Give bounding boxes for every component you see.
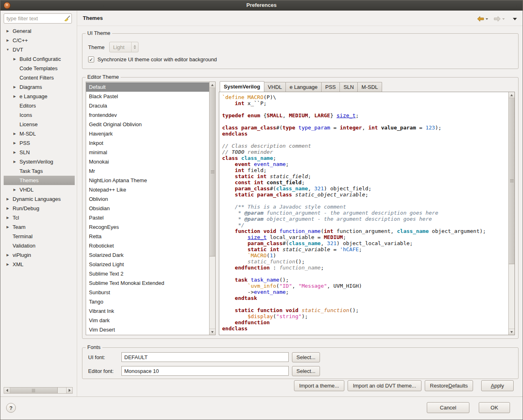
editor-font-select-button[interactable]: Select... bbox=[292, 366, 320, 376]
scroll-up-button[interactable] bbox=[210, 82, 215, 88]
expander-collapsed-icon[interactable]: ▶ bbox=[4, 225, 11, 229]
back-arrow-icon[interactable] bbox=[477, 16, 484, 22]
expander-collapsed-icon[interactable]: ▶ bbox=[11, 160, 18, 164]
sidebar-horizontal-scrollbar[interactable] bbox=[4, 387, 73, 394]
theme-list-item-solarized-dark[interactable]: Solarized Dark bbox=[86, 250, 209, 260]
sidebar-item-run-debug[interactable]: ▶Run/Debug bbox=[4, 204, 75, 213]
theme-list-item-sublime-text-monokai-extended[interactable]: Sublime Text Monokai Extended bbox=[86, 278, 209, 288]
scrollbar-thumb[interactable] bbox=[10, 388, 58, 393]
titlebar[interactable]: × Preferences bbox=[0, 0, 523, 11]
scroll-left-button[interactable] bbox=[4, 388, 10, 393]
sidebar-item-diagrams[interactable]: ▶Diagrams bbox=[4, 82, 75, 92]
expander-collapsed-icon[interactable]: ▶ bbox=[11, 188, 18, 192]
theme-list-item-vibrant-ink[interactable]: Vibrant Ink bbox=[86, 306, 209, 316]
ok-button[interactable]: OK bbox=[479, 402, 510, 413]
scrollbar-track[interactable] bbox=[509, 98, 514, 329]
theme-list-item-recogneyes[interactable]: RecognEyes bbox=[86, 222, 209, 232]
sidebar-item-systemverilog[interactable]: ▶SystemVerilog bbox=[4, 157, 75, 166]
sidebar-item-general[interactable]: ▶General bbox=[4, 26, 75, 36]
theme-list-item-dracula[interactable]: Dracula bbox=[86, 101, 209, 110]
sidebar-item-editors[interactable]: Editors bbox=[4, 101, 75, 110]
sidebar-item-sln[interactable]: ▶SLN bbox=[4, 148, 75, 157]
expander-collapsed-icon[interactable]: ▶ bbox=[4, 197, 11, 201]
scrollbar-thumb[interactable] bbox=[509, 98, 514, 264]
sidebar-item-team[interactable]: ▶Team bbox=[4, 222, 75, 232]
sidebar-item-build-configuratic[interactable]: ▶Build Configuratic bbox=[4, 54, 75, 64]
sidebar-item-pss[interactable]: ▶PSS bbox=[4, 138, 75, 148]
expander-collapsed-icon[interactable]: ▶ bbox=[4, 29, 11, 33]
sync-checkbox[interactable]: ✓ bbox=[88, 56, 94, 62]
ui-font-select-button[interactable]: Select... bbox=[292, 352, 320, 362]
expander-collapsed-icon[interactable]: ▶ bbox=[4, 39, 11, 42]
sidebar-item-vhdl[interactable]: ▶VHDL bbox=[4, 185, 75, 194]
scrollbar-track[interactable] bbox=[210, 88, 215, 329]
sidebar-item-code-templates[interactable]: Code Templates bbox=[4, 64, 75, 73]
theme-list-item-retta[interactable]: Retta bbox=[86, 232, 209, 241]
sidebar-item-content-filters[interactable]: Content Filters bbox=[4, 73, 75, 82]
expander-collapsed-icon[interactable]: ▶ bbox=[11, 141, 18, 145]
restore-defaults-button[interactable]: Restore Defaults bbox=[425, 380, 473, 391]
scroll-down-button[interactable] bbox=[210, 329, 215, 335]
theme-list-item-oblivion[interactable]: Oblivion bbox=[86, 194, 209, 204]
sidebar-item-license[interactable]: License bbox=[4, 120, 75, 129]
expander-collapsed-icon[interactable]: ▶ bbox=[11, 57, 18, 61]
theme-list-item-inkpot[interactable]: Inkpot bbox=[86, 138, 209, 148]
theme-list-item-nightlion-aptana-theme[interactable]: NightLion Aptana Theme bbox=[86, 176, 209, 185]
theme-list-item-black-pastel[interactable]: Black Pastel bbox=[86, 92, 209, 101]
clear-filter-icon[interactable] bbox=[64, 15, 70, 23]
theme-list-item-pastel[interactable]: Pastel bbox=[86, 213, 209, 222]
expander-collapsed-icon[interactable]: ▶ bbox=[4, 253, 11, 257]
ui-font-input[interactable] bbox=[121, 352, 289, 362]
apply-button[interactable]: Apply bbox=[481, 380, 514, 391]
scroll-down-button[interactable] bbox=[509, 329, 514, 335]
view-menu-icon[interactable] bbox=[513, 18, 517, 20]
theme-list-item-vim-desert[interactable]: Vim Desert bbox=[86, 325, 209, 334]
theme-list-item-solarized-light[interactable]: Solarized Light bbox=[86, 260, 209, 269]
expander-expanded-icon[interactable]: ▼ bbox=[4, 48, 11, 52]
theme-list-item-roboticket[interactable]: Roboticket bbox=[86, 241, 209, 250]
theme-list-item-gedit-original-oblivion[interactable]: Gedit Original Oblivion bbox=[86, 120, 209, 129]
expander-collapsed-icon[interactable]: ▶ bbox=[4, 207, 11, 210]
code-scrollbar[interactable] bbox=[508, 92, 514, 335]
back-history-dropdown-icon[interactable] bbox=[486, 18, 488, 20]
sync-checkbox-label[interactable]: Synchronize UI theme color with editor b… bbox=[97, 56, 217, 62]
tab-vhdl[interactable]: VHDL bbox=[264, 82, 286, 92]
theme-list-item-tango[interactable]: Tango bbox=[86, 297, 209, 306]
theme-list-item-frontenddev[interactable]: frontenddev bbox=[86, 110, 209, 120]
sidebar-item-themes[interactable]: Themes bbox=[4, 176, 75, 185]
tab-pss[interactable]: PSS bbox=[321, 82, 340, 92]
scrollbar-thumb[interactable] bbox=[210, 88, 215, 256]
theme-list-item-minimal[interactable]: minimal bbox=[86, 148, 209, 157]
expander-collapsed-icon[interactable]: ▶ bbox=[11, 95, 18, 98]
scroll-right-button[interactable] bbox=[66, 388, 72, 393]
theme-list-item-monokai[interactable]: Monokai bbox=[86, 157, 209, 166]
sidebar-item-m-sdl[interactable]: ▶M-SDL bbox=[4, 129, 75, 138]
sidebar-item-tcl[interactable]: ▶Tcl bbox=[4, 213, 75, 222]
tab-sln[interactable]: SLN bbox=[339, 82, 358, 92]
expander-collapsed-icon[interactable]: ▶ bbox=[11, 132, 18, 136]
tab-systemverilog[interactable]: SystemVerilog bbox=[220, 81, 264, 92]
sidebar-item-dvt[interactable]: ▼DVT bbox=[4, 45, 75, 54]
expander-collapsed-icon[interactable]: ▶ bbox=[11, 151, 18, 154]
theme-list-item-mr[interactable]: Mr bbox=[86, 166, 209, 176]
import-theme-button[interactable]: Import a theme... bbox=[294, 380, 344, 391]
sidebar-item-validation[interactable]: Validation bbox=[4, 241, 75, 250]
theme-list-item-obsidian[interactable]: Obsidian bbox=[86, 204, 209, 213]
tab-m-sdl[interactable]: M-SDL bbox=[357, 82, 382, 92]
sidebar-item-dynamic-languages[interactable]: ▶Dynamic Languages bbox=[4, 194, 75, 204]
expander-collapsed-icon[interactable]: ▶ bbox=[11, 85, 18, 89]
cancel-button[interactable]: Cancel bbox=[427, 402, 469, 413]
scrollbar-track[interactable] bbox=[10, 388, 66, 393]
help-button[interactable]: ? bbox=[6, 403, 16, 413]
filter-input[interactable] bbox=[4, 13, 72, 24]
expander-collapsed-icon[interactable]: ▶ bbox=[4, 263, 11, 266]
theme-list-item-default[interactable]: Default bbox=[86, 82, 209, 92]
sidebar-item-icons[interactable]: Icons bbox=[4, 110, 75, 120]
tab-e-language[interactable]: e Language bbox=[285, 82, 322, 92]
theme-list-item-havenjark[interactable]: Havenjark bbox=[86, 129, 209, 138]
sidebar-item-c-c[interactable]: ▶C/C++ bbox=[4, 36, 75, 45]
scroll-up-button[interactable] bbox=[509, 92, 514, 98]
theme-list-item-vim-dark[interactable]: Vim dark bbox=[86, 316, 209, 325]
editor-font-input[interactable] bbox=[121, 366, 289, 376]
import-old-theme-button[interactable]: Import an old DVT theme... bbox=[348, 380, 421, 391]
